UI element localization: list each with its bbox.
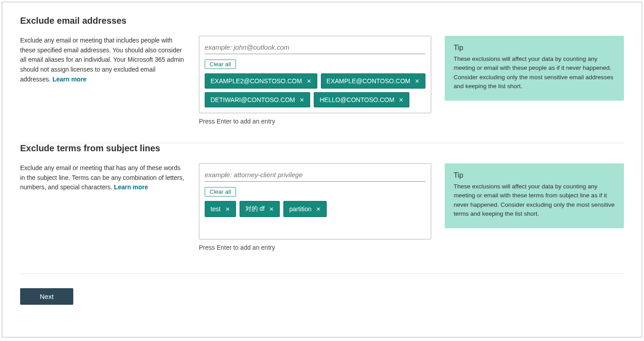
exclude-terms-section: Exclude terms from subject lines Exclude… — [20, 143, 624, 269]
exclude-emails-tags-row: EXAMPLE2@CONSTOSO.COM ✕ EXAMPLE@CONTOSO.… — [199, 72, 431, 113]
exclusion-settings-page: Exclude email addresses Exclude any emai… — [2, 2, 642, 337]
exclude-emails-tip: Tip These exclusions will affect your da… — [445, 36, 624, 101]
term-tag-label: test — [210, 205, 221, 213]
exclude-terms-description-text: Exclude any email or meeting that has an… — [20, 164, 184, 191]
tip-title: Tip — [454, 44, 615, 52]
term-tag-label: 对的 df — [245, 205, 265, 213]
exclude-terms-tip: Tip These exclusions will affect your da… — [445, 163, 624, 228]
email-tag-label: EXAMPLE2@CONSTOSO.COM — [210, 77, 302, 85]
email-tag: HELLO@CONTOSO.COM ✕ — [314, 92, 409, 107]
remove-tag-icon[interactable]: ✕ — [398, 97, 404, 103]
exclude-terms-title: Exclude terms from subject lines — [20, 143, 185, 153]
email-tag-label: HELLO@CONTOSO.COM — [320, 96, 394, 103]
email-tag-label: DETIWARI@CONTOSO.COM — [210, 96, 295, 103]
exclude-emails-clear-all-button[interactable]: Clear all — [205, 60, 236, 69]
tip-body: These exclusions will affect your data b… — [454, 55, 615, 91]
exclude-emails-title: Exclude email addresses — [20, 16, 185, 26]
exclude-emails-learn-more-link[interactable]: Learn more — [52, 76, 86, 83]
exclude-emails-description: Exclude any email or meeting that includ… — [20, 36, 185, 84]
term-tag-label: partition — [289, 205, 311, 213]
remove-tag-icon[interactable]: ✕ — [306, 78, 312, 85]
exclude-emails-section: Exclude email addresses Exclude any emai… — [20, 16, 624, 143]
exclude-emails-hint: Press Enter to add an entry — [199, 118, 431, 125]
term-tag: 对的 df ✕ — [240, 201, 280, 217]
email-tag: EXAMPLE2@CONSTOSO.COM ✕ — [205, 73, 317, 89]
remove-tag-icon[interactable]: ✕ — [224, 206, 231, 213]
exclude-terms-input[interactable] — [205, 169, 425, 182]
email-tag: DETIWARI@CONTOSO.COM ✕ — [205, 92, 310, 107]
exclude-emails-tag-box: Clear all EXAMPLE2@CONSTOSO.COM ✕ EXAMPL… — [199, 36, 431, 113]
exclude-terms-description: Exclude any email or meeting that has an… — [20, 163, 185, 192]
next-button[interactable]: Next — [20, 288, 73, 305]
footer: Next — [20, 273, 624, 305]
exclude-emails-description-text: Exclude any email or meeting that includ… — [20, 37, 184, 83]
email-tag-label: EXAMPLE@CONTOSO.COM — [327, 77, 410, 85]
email-tag: EXAMPLE@CONTOSO.COM ✕ — [321, 73, 425, 89]
exclude-terms-tags-row: test ✕ 对的 df ✕ partition ✕ — [199, 199, 431, 222]
term-tag: test ✕ — [205, 201, 236, 217]
exclude-terms-clear-all-button[interactable]: Clear all — [205, 187, 236, 196]
remove-tag-icon[interactable]: ✕ — [414, 78, 421, 85]
exclude-terms-learn-more-link[interactable]: Learn more — [114, 183, 148, 191]
tip-title: Tip — [454, 171, 615, 179]
term-tag: partition ✕ — [283, 201, 327, 217]
remove-tag-icon[interactable]: ✕ — [268, 206, 275, 213]
exclude-emails-input[interactable] — [205, 42, 425, 54]
exclude-terms-hint: Press Enter to add an entry — [199, 244, 431, 251]
exclude-terms-tag-box: Clear all test ✕ 对的 df ✕ partition ✕ — [199, 163, 431, 239]
tip-body: These exclusions will affect your data b… — [454, 182, 615, 218]
remove-tag-icon[interactable]: ✕ — [315, 206, 322, 213]
remove-tag-icon[interactable]: ✕ — [299, 97, 305, 103]
